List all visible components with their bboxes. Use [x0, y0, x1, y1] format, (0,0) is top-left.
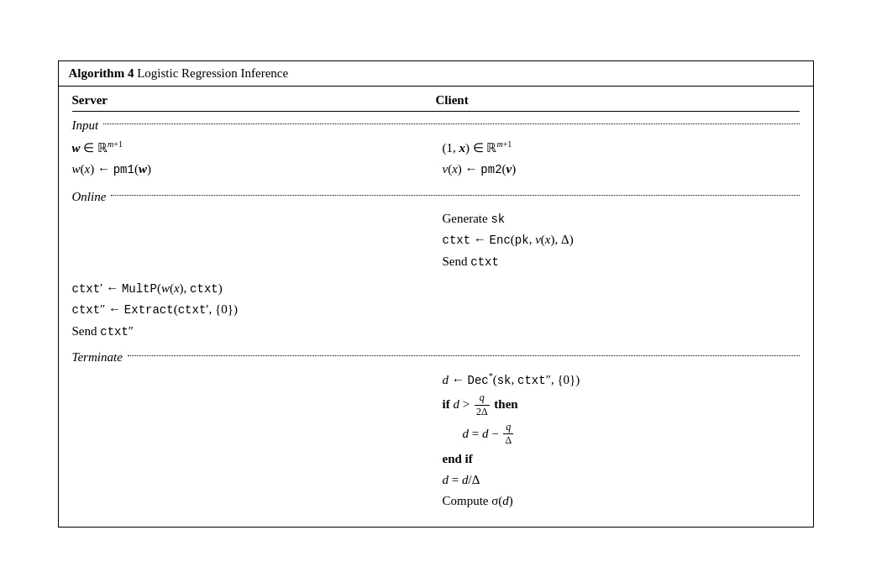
online-dots: [111, 195, 799, 196]
terminate-line-6: Compute σ(d): [443, 491, 800, 511]
terminate-line-5: d = d/Δ: [443, 470, 800, 490]
client-header: Client: [436, 93, 800, 108]
terminate-line-1: d ← Dec*(sk, ctxt″, {0}): [443, 370, 800, 391]
input-dots: [103, 123, 799, 124]
online-label: Online: [72, 190, 107, 204]
online-rows: Generate sk ctxt ← Enc(pk, v(x), Δ) Send…: [72, 209, 800, 274]
terminate-divider: Terminate: [72, 350, 800, 365]
input-divider: Input: [72, 118, 800, 133]
algorithm-box: Algorithm 4 Logistic Regression Inferenc…: [58, 60, 814, 528]
terminate-server-empty: [72, 370, 436, 513]
terminate-line-4: end if: [443, 449, 800, 469]
algorithm-label: Algorithm 4: [69, 66, 134, 80]
terminate-line-3: d = d − q Δ: [463, 421, 800, 448]
algorithm-body: Server Client Input w ∈ ℝm+1 w(x) ← pm1(…: [59, 87, 813, 528]
terminate-dots: [128, 355, 800, 356]
client-v-def: (1, x) ∈ ℝm+1 v(x) ← pm2(v): [436, 138, 800, 181]
online-divider: Online: [72, 190, 800, 204]
algorithm-title: Logistic Regression Inference: [137, 66, 288, 80]
server-line-2: ctxt″ ← Extract(ctxt′, {0}): [72, 300, 800, 320]
server-online-lines: ctxt′ ← MultP(w(x), ctxt) ctxt″ ← Extrac…: [72, 279, 800, 342]
terminate-label: Terminate: [72, 350, 123, 365]
server-w-def: w ∈ ℝm+1 w(x) ← pm1(w): [72, 138, 436, 181]
terminate-client-lines: d ← Dec*(sk, ctxt″, {0}) if d > q 2Δ the…: [436, 370, 800, 513]
terminate-line-2: if d > q 2Δ then: [443, 391, 800, 418]
input-label: Input: [72, 118, 99, 133]
online-client-lines: Generate sk ctxt ← Enc(pk, v(x), Δ) Send…: [436, 209, 800, 274]
algorithm-header: Algorithm 4 Logistic Regression Inferenc…: [59, 61, 813, 87]
column-headers: Server Client: [72, 93, 800, 112]
server-header: Server: [72, 93, 436, 108]
server-line-1: ctxt′ ← MultP(w(x), ctxt): [72, 279, 800, 299]
online-server-empty: [72, 209, 436, 274]
input-row-1: w ∈ ℝm+1 w(x) ← pm1(w) (1, x) ∈ ℝm+1 v(x…: [72, 138, 800, 181]
server-line-3: Send ctxt″: [72, 322, 800, 342]
terminate-rows: d ← Dec*(sk, ctxt″, {0}) if d > q 2Δ the…: [72, 370, 800, 513]
